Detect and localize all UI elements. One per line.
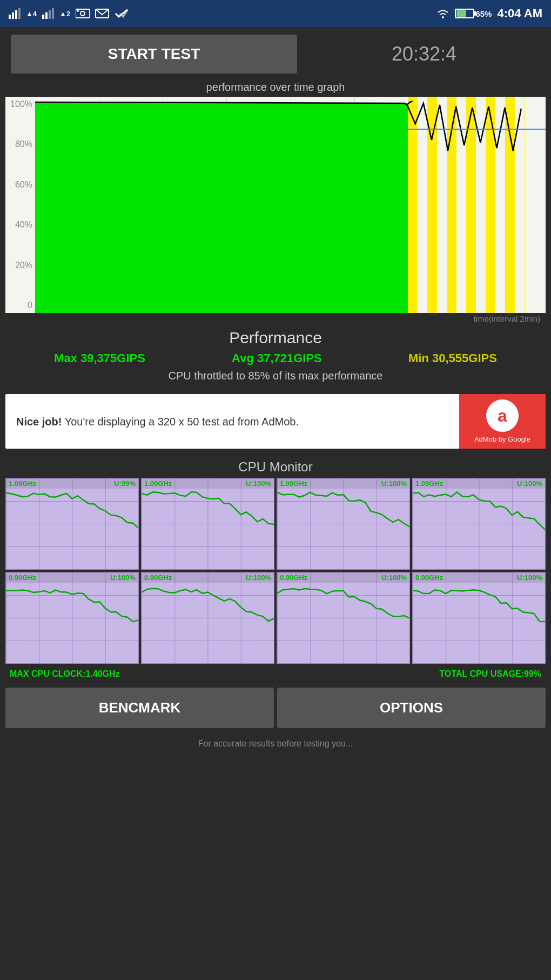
cpu-monitor-section: CPU Monitor 1.09GHzU:99%1.09GHzU:100%1.0… [0,454,551,682]
svg-rect-7 [52,8,54,19]
cpu-chart-4 [6,572,138,663]
battery-percent: 65% [475,9,492,18]
signal-label-1: ▲4 [26,10,37,18]
total-cpu-usage: TOTAL CPU USAGE:99% [440,669,541,679]
cpu-chart-3 [413,478,545,569]
check-icon [115,8,129,19]
cpu-cell-header-6: 0.90GHzU:100% [277,572,409,583]
top-controls: START TEST 20:32:4 [0,27,551,81]
main-content: START TEST 20:32:4 performance over time… [0,27,551,754]
cpu-cell-header-5: 0.90GHzU:100% [142,572,274,583]
cpu-cell-header-3: 1.09GHzU:100% [413,478,545,489]
cpu-footer: MAX CPU CLOCK:1.40GHz TOTAL CPU USAGE:99… [5,666,546,682]
svg-rect-1 [12,12,14,19]
graph-section: performance over time graph 100% 80% 60%… [0,81,551,323]
cpu-monitor-title: CPU Monitor [5,459,546,475]
graph-y-labels: 100% 80% 60% 40% 20% 0 [5,97,35,313]
y-label-40: 40% [5,220,32,230]
cpu-cell-4: 0.90GHzU:100% [5,572,139,664]
timer-display: 20:32:4 [308,43,540,65]
ad-text: Nice job! You're displaying a 320 x 50 t… [5,406,459,437]
cpu-chart-5 [142,572,274,663]
svg-point-9 [80,11,85,16]
svg-rect-6 [49,10,51,19]
performance-line [35,97,546,313]
mail-icon [95,8,109,19]
performance-section: Performance Max 39,375GIPS Avg 37,721GIP… [0,323,551,394]
y-label-60: 60% [5,180,32,190]
battery-indicator: 65% [455,9,492,18]
svg-point-10 [77,10,79,12]
cpu-cell-5: 0.90GHzU:100% [141,572,274,664]
start-test-button[interactable]: START TEST [11,35,297,74]
graph-x-label: time(interval 2min) [5,314,546,323]
y-label-100: 100% [5,99,32,109]
y-label-0: 0 [5,301,32,310]
cpu-cell-3: 1.09GHzU:100% [412,478,546,570]
cpu-grid: 1.09GHzU:99%1.09GHzU:100%1.09GHzU:100%1.… [5,478,546,664]
cpu-cell-6: 0.90GHzU:100% [277,572,410,664]
cpu-chart-2 [277,478,409,569]
benchmark-button[interactable]: BENCMARK [5,688,274,728]
svg-point-12 [442,16,444,18]
svg-rect-5 [45,12,48,19]
clock: 4:04 AM [497,6,542,21]
status-left: ▲4 ▲2 [9,8,129,19]
admob-label: AdMob by Google [474,435,530,443]
wifi-icon [436,8,449,19]
cpu-cell-0: 1.09GHzU:99% [5,478,139,570]
ad-nicejob: Nice job! [16,416,62,428]
svg-rect-2 [15,10,17,19]
status-right: 65% 4:04 AM [436,6,542,21]
admob-icon: a [486,399,519,432]
signal-icon-1 [9,8,21,19]
ad-banner[interactable]: Nice job! You're displaying a 320 x 50 t… [5,394,546,449]
photo-icon [76,8,90,19]
cpu-chart-6 [277,572,409,663]
graph-area [35,97,546,313]
svg-rect-4 [42,15,44,19]
cpu-cell-header-0: 1.09GHzU:99% [6,478,138,489]
signal-label-2: ▲2 [59,10,70,18]
cpu-chart-0 [6,478,138,569]
perf-min: Min 30,555GIPS [408,351,497,365]
status-bar: ▲4 ▲2 [0,0,551,27]
svg-rect-0 [9,15,11,19]
y-label-20: 20% [5,261,32,270]
cpu-cell-2: 1.09GHzU:100% [277,478,410,570]
ad-body: You're displaying a 320 x 50 test ad fro… [65,416,299,428]
bottom-buttons: BENCMARK OPTIONS [0,682,551,734]
options-button[interactable]: OPTIONS [277,688,546,728]
svg-rect-3 [18,8,21,19]
performance-title: Performance [11,329,540,347]
cpu-cell-header-7: 0.90GHzU:100% [413,572,545,583]
footer-note: For accurate results before testing you.… [0,734,551,754]
perf-avg: Avg 37,721GIPS [232,351,322,365]
signal-icon-2 [42,8,54,19]
cpu-cell-header-1: 1.09GHzU:100% [142,478,274,489]
cpu-cell-1: 1.09GHzU:100% [141,478,274,570]
y-label-80: 80% [5,139,32,149]
cpu-chart-1 [142,478,274,569]
perf-throttle: CPU throttled to 85% of its max performa… [11,370,540,382]
max-cpu-clock: MAX CPU CLOCK:1.40GHz [10,669,120,679]
graph-container: 100% 80% 60% 40% 20% 0 [5,97,546,313]
perf-stats: Max 39,375GIPS Avg 37,721GIPS Min 30,555… [11,351,540,365]
cpu-cell-header-4: 0.90GHzU:100% [6,572,138,583]
perf-max: Max 39,375GIPS [54,351,145,365]
cpu-cell-header-2: 1.09GHzU:100% [277,478,409,489]
graph-title: performance over time graph [5,81,546,94]
cpu-cell-7: 0.90GHzU:100% [412,572,546,664]
ad-logo: a AdMob by Google [459,394,546,449]
cpu-chart-7 [413,572,545,663]
